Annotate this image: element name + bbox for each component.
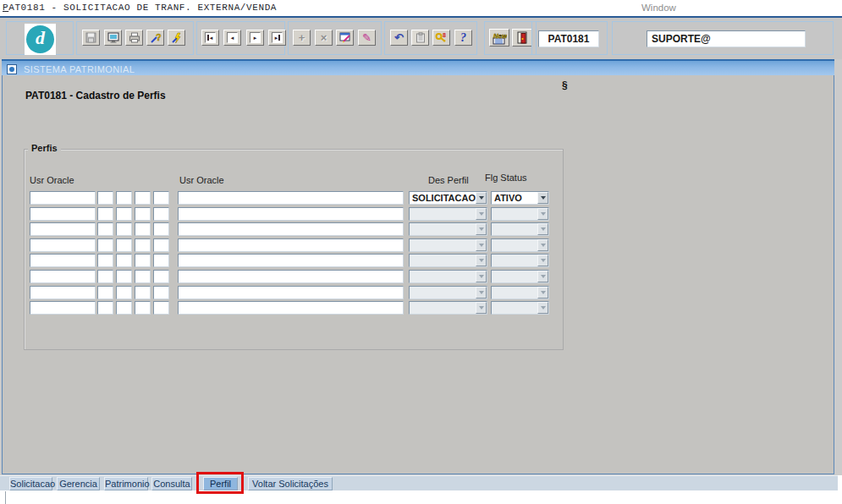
delete-record-button[interactable]: × xyxy=(315,30,333,46)
usr-oracle-name-field[interactable] xyxy=(178,254,404,267)
execute-query-button[interactable]: ? xyxy=(146,30,164,46)
flag-field-2[interactable] xyxy=(116,270,132,283)
window-titlebar[interactable]: SISTEMA PATRIMONIAL xyxy=(2,59,834,75)
usr-oracle-code-field[interactable] xyxy=(30,222,96,236)
undo-button[interactable]: ↶ xyxy=(390,30,408,46)
flag-field-3[interactable] xyxy=(135,286,151,299)
flag-field-4[interactable] xyxy=(153,286,169,299)
flag-field-2[interactable] xyxy=(116,207,132,221)
new-notes-button[interactable]: New xyxy=(489,29,509,47)
usr-oracle-name-field[interactable] xyxy=(178,301,404,315)
flg-status-select[interactable] xyxy=(491,222,549,236)
tab-perfil[interactable]: Perfil xyxy=(203,477,238,490)
des-perfil-select[interactable]: SOLICITACAO xyxy=(409,191,487,205)
flag-field-4[interactable] xyxy=(153,207,169,221)
usr-oracle-code-field[interactable] xyxy=(30,270,96,283)
print-preview-button[interactable] xyxy=(104,30,122,46)
lightning-wand-icon xyxy=(171,32,183,44)
usr-oracle-name-field[interactable] xyxy=(178,270,404,283)
save-button[interactable] xyxy=(82,30,100,46)
flg-status-select[interactable] xyxy=(491,301,549,315)
flg-status-select[interactable] xyxy=(491,270,549,283)
flag-field-1[interactable] xyxy=(97,270,113,283)
usr-oracle-name-field[interactable] xyxy=(178,191,404,205)
flag-field-3[interactable] xyxy=(135,270,151,283)
tab-voltar-solicitacoes[interactable]: Voltar Solicitações xyxy=(248,477,333,490)
flg-status-select[interactable] xyxy=(491,207,549,221)
flag-field-1[interactable] xyxy=(97,207,113,221)
flag-field-4[interactable] xyxy=(153,254,169,267)
flag-field-3[interactable] xyxy=(135,301,151,315)
security-keys-button[interactable]: 8 xyxy=(432,30,450,46)
perfil-row xyxy=(0,207,842,221)
flag-field-4[interactable] xyxy=(153,238,169,252)
flag-field-3[interactable] xyxy=(135,222,151,236)
usr-oracle-code-field[interactable] xyxy=(30,207,96,221)
window-title: SISTEMA PATRIMONIAL xyxy=(24,64,135,74)
flag-field-3[interactable] xyxy=(135,254,151,267)
des-perfil-select[interactable] xyxy=(409,286,487,299)
flag-field-3[interactable] xyxy=(135,238,151,252)
tab-gerencia[interactable]: Gerencia xyxy=(57,477,100,490)
des-perfil-select[interactable] xyxy=(409,270,487,283)
flg-status-select[interactable] xyxy=(491,238,549,252)
flag-field-1[interactable] xyxy=(97,286,113,299)
flg-status-select[interactable] xyxy=(491,286,549,299)
flag-field-2[interactable] xyxy=(116,191,132,205)
exit-button[interactable] xyxy=(512,29,532,47)
des-perfil-select[interactable] xyxy=(409,222,487,236)
insert-record-button[interactable]: + xyxy=(293,30,311,46)
des-perfil-select[interactable] xyxy=(409,207,487,221)
nav-prev-button[interactable]: ◄ xyxy=(223,30,241,46)
usr-oracle-code-field[interactable] xyxy=(30,254,96,267)
flag-field-2[interactable] xyxy=(116,301,132,315)
flag-field-4[interactable] xyxy=(153,270,169,283)
app-code-field[interactable]: PAT0181 xyxy=(538,30,599,47)
flag-field-1[interactable] xyxy=(97,238,113,252)
flag-field-2[interactable] xyxy=(116,286,132,299)
flag-field-2[interactable] xyxy=(116,238,132,252)
usr-oracle-code-field[interactable] xyxy=(30,301,96,315)
tab-solicitacao[interactable]: Solicitacao xyxy=(9,477,52,490)
flag-field-1[interactable] xyxy=(97,191,113,205)
next-record-icon: ► xyxy=(250,32,261,43)
tab-consulta[interactable]: Consulta xyxy=(151,477,192,490)
usr-oracle-code-field[interactable] xyxy=(30,191,96,205)
edit-window-button[interactable] xyxy=(336,30,354,46)
flag-field-3[interactable] xyxy=(135,191,151,205)
usr-oracle-code-field[interactable] xyxy=(30,286,96,299)
usr-oracle-name-field[interactable] xyxy=(178,238,404,252)
flag-field-2[interactable] xyxy=(116,254,132,267)
edit-field-button[interactable]: ✎ xyxy=(358,30,376,46)
usr-oracle-name-field[interactable] xyxy=(178,207,404,221)
flag-field-1[interactable] xyxy=(97,222,113,236)
flag-field-4[interactable] xyxy=(153,222,169,236)
usr-oracle-code-field[interactable] xyxy=(30,238,96,252)
user-field[interactable]: SUPORTE@ xyxy=(647,30,806,47)
nav-first-button[interactable]: ◄ xyxy=(201,30,219,46)
des-perfil-select[interactable] xyxy=(409,254,487,267)
run-query-button[interactable] xyxy=(168,30,185,46)
menu-window[interactable]: Window xyxy=(641,3,676,13)
des-perfil-select[interactable] xyxy=(409,301,487,315)
nav-last-button[interactable]: ► xyxy=(268,30,286,46)
toolbar: d xyxy=(0,18,842,59)
flg-status-select[interactable] xyxy=(491,254,549,267)
nav-next-button[interactable]: ► xyxy=(246,30,264,46)
print-button[interactable] xyxy=(125,30,143,46)
flag-field-1[interactable] xyxy=(97,254,113,267)
flag-field-4[interactable] xyxy=(153,301,169,315)
usr-oracle-name-field[interactable] xyxy=(178,222,404,236)
help-button[interactable]: ? xyxy=(454,30,472,46)
flag-field-2[interactable] xyxy=(116,222,132,236)
des-perfil-select[interactable] xyxy=(409,238,487,252)
tab-patrimonio[interactable]: Patrimonio xyxy=(104,477,148,490)
chevron-down-icon xyxy=(476,192,487,204)
bottom-border-tick xyxy=(5,491,6,504)
usr-oracle-name-field[interactable] xyxy=(178,286,404,299)
clipboard-button[interactable] xyxy=(411,30,429,46)
flag-field-1[interactable] xyxy=(97,301,113,315)
flg-status-select[interactable]: ATIVO xyxy=(491,191,549,205)
flag-field-3[interactable] xyxy=(135,207,151,221)
flag-field-4[interactable] xyxy=(153,191,169,205)
